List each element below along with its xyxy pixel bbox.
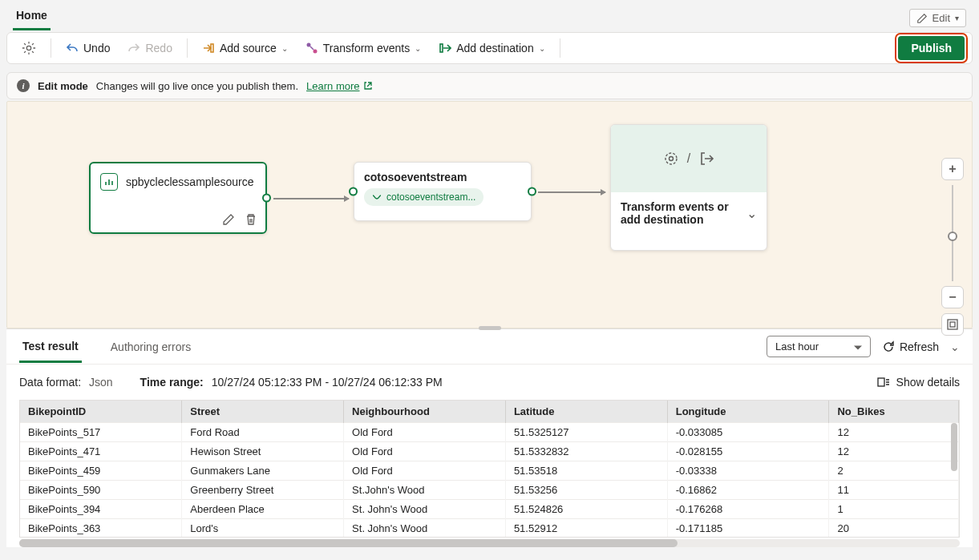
- chevron-down-icon: ⌄: [281, 44, 288, 53]
- table-row[interactable]: BikePoints_363Lord'sSt. John's Wood51.52…: [20, 519, 959, 538]
- table-cell: 51.5325127: [505, 423, 667, 442]
- refresh-button[interactable]: Refresh: [882, 340, 939, 353]
- stream-node-title: cotosoeventstream: [364, 171, 521, 183]
- input-port[interactable]: [349, 187, 358, 196]
- table-row[interactable]: BikePoints_471Hewison StreetOld Ford51.5…: [20, 442, 959, 461]
- show-details-button[interactable]: Show details: [877, 376, 960, 389]
- column-header[interactable]: Neighbourhood: [344, 401, 506, 423]
- output-port[interactable]: [528, 187, 536, 196]
- edge: [273, 198, 349, 199]
- column-header[interactable]: Longitude: [667, 401, 829, 423]
- table-cell: BikePoints_394: [20, 500, 182, 519]
- vertical-scrollbar[interactable]: [951, 423, 957, 471]
- results-table: BikepointIDStreetNeighbourhoodLatitudeLo…: [19, 400, 960, 538]
- table-cell: BikePoints_517: [20, 423, 182, 442]
- column-header[interactable]: Latitude: [505, 401, 667, 423]
- table-row[interactable]: BikePoints_459Gunmakers LaneOld Ford51.5…: [20, 461, 959, 481]
- refresh-label: Refresh: [900, 340, 939, 353]
- details-icon: [877, 376, 890, 389]
- table-cell: 20: [829, 519, 959, 538]
- settings-button[interactable]: [14, 37, 44, 59]
- edit-mode-label: Edit: [932, 12, 950, 24]
- chevron-down-icon: ⌄: [539, 44, 545, 53]
- table-cell: 51.53256: [505, 481, 667, 500]
- tab-authoring-errors[interactable]: Authoring errors: [107, 332, 194, 361]
- destination-placeholder-node[interactable]: / Transform events or add destination ⌄: [610, 124, 767, 251]
- banner-title: Edit mode: [38, 80, 88, 92]
- info-icon: i: [17, 79, 30, 92]
- gear-icon: [22, 41, 36, 55]
- edit-mode-button[interactable]: Edit ▾: [909, 9, 966, 27]
- table-cell: Gunmakers Lane: [182, 461, 344, 481]
- transform-icon: [305, 42, 318, 54]
- table-cell: 11: [829, 481, 959, 500]
- redo-button[interactable]: Redo: [119, 38, 180, 58]
- table-cell: BikePoints_471: [20, 442, 182, 461]
- time-range-label: Time range:: [140, 376, 204, 389]
- svg-rect-4: [440, 44, 443, 52]
- pencil-icon: [916, 13, 928, 24]
- chevron-down-icon[interactable]: ⌄: [746, 206, 757, 221]
- trash-icon[interactable]: [245, 213, 257, 226]
- add-source-label: Add source: [220, 42, 277, 54]
- flow-canvas[interactable]: spbycleclessamplesource cotosoeventstrea…: [6, 101, 973, 328]
- redo-label: Redo: [145, 42, 172, 54]
- table-cell: St. John's Wood: [344, 500, 506, 519]
- tab-home[interactable]: Home: [13, 4, 51, 30]
- destination-icon: [439, 42, 451, 54]
- zoom-out-button[interactable]: −: [941, 286, 964, 308]
- undo-button[interactable]: Undo: [58, 38, 118, 58]
- learn-more-link[interactable]: Learn more: [306, 80, 372, 92]
- table-cell: Hewison Street: [182, 442, 344, 461]
- table-cell: -0.033085: [667, 423, 829, 442]
- show-details-label: Show details: [896, 376, 960, 389]
- svg-point-0: [26, 46, 30, 50]
- table-cell: Old Ford: [344, 461, 506, 481]
- table-cell: 51.5332832: [505, 442, 667, 461]
- stream-chip[interactable]: cotosoeventstream...: [364, 188, 483, 206]
- tab-test-result[interactable]: Test result: [19, 332, 82, 363]
- add-source-button[interactable]: Add source ⌄: [194, 38, 296, 58]
- pencil-icon[interactable]: [222, 213, 235, 226]
- learn-more-label: Learn more: [306, 80, 359, 92]
- table-cell: 12: [829, 442, 959, 461]
- zoom-slider[interactable]: [952, 185, 953, 281]
- column-header[interactable]: BikepointID: [20, 401, 182, 423]
- svg-point-5: [665, 153, 677, 164]
- undo-label: Undo: [83, 42, 110, 54]
- table-row[interactable]: BikePoints_590Greenberry StreetSt.John's…: [20, 481, 959, 500]
- svg-rect-9: [878, 378, 884, 386]
- table-row[interactable]: BikePoints_394Aberdeen PlaceSt. John's W…: [20, 500, 959, 519]
- table-cell: BikePoints_363: [20, 519, 182, 538]
- horizontal-scrollbar[interactable]: [19, 539, 960, 547]
- collapse-panel-button[interactable]: ⌄: [950, 340, 960, 353]
- bar-chart-icon: [100, 173, 118, 191]
- panel-resize-handle[interactable]: [479, 326, 501, 330]
- stream-node[interactable]: cotosoeventstream cotosoeventstream...: [354, 162, 532, 221]
- edit-mode-banner: i Edit mode Changes will go live once yo…: [6, 72, 973, 99]
- fit-to-screen-button[interactable]: [941, 313, 964, 336]
- source-node-label: spbycleclessamplesource: [126, 175, 254, 188]
- zoom-in-button[interactable]: +: [941, 158, 964, 180]
- table-cell: St.John's Wood: [344, 481, 506, 500]
- table-row[interactable]: BikePoints_517Ford RoadOld Ford51.532512…: [20, 423, 959, 442]
- transform-events-button[interactable]: Transform events ⌄: [297, 38, 429, 58]
- table-cell: -0.16862: [667, 481, 829, 500]
- destination-placeholder-label: Transform events or add destination: [621, 200, 733, 226]
- source-node[interactable]: spbycleclessamplesource: [89, 162, 267, 234]
- table-cell: 51.53518: [505, 461, 667, 481]
- output-port[interactable]: [262, 194, 271, 203]
- column-header[interactable]: Street: [182, 401, 344, 423]
- add-destination-label: Add destination: [456, 42, 534, 54]
- table-cell: Old Ford: [344, 423, 506, 442]
- add-destination-button[interactable]: Add destination ⌄: [431, 38, 553, 58]
- table-cell: 51.52912: [505, 519, 667, 538]
- publish-button[interactable]: Publish: [898, 36, 965, 60]
- undo-icon: [66, 42, 79, 54]
- data-format-label: Data format:: [19, 376, 81, 389]
- table-cell: Aberdeen Place: [182, 500, 344, 519]
- source-icon: [202, 42, 215, 54]
- column-header[interactable]: No_Bikes: [829, 401, 959, 423]
- table-cell: -0.171185: [667, 519, 829, 538]
- time-filter-dropdown[interactable]: Last hour: [767, 336, 871, 357]
